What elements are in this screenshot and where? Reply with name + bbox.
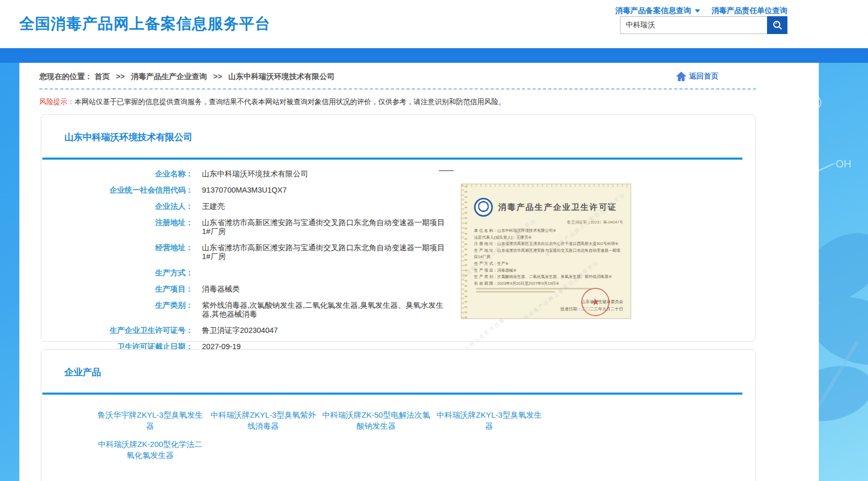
home-icon <box>675 71 687 82</box>
nav-responsible-unit-query-label: 消毒产品责任单位查询 <box>712 6 787 16</box>
certificate-line: 生 产 项 目：消毒器械※ <box>474 267 624 274</box>
back-home-label: 返回首页 <box>689 72 718 81</box>
breadcrumb-separator: >> <box>116 72 125 81</box>
risk-notice-text: 本网站仅基于已掌握的信息提供查询服务，查询结果不代表本网站对被查询对象信用状况的… <box>75 98 506 106</box>
field-label: 企业统一社会信用代码： <box>41 186 193 195</box>
certificate-line: 注 册 地 址：山东省潍坊高新区玉清东街以北中心次干道以西高新大厦502号科研※ <box>474 241 624 248</box>
risk-notice: 风险提示：本网站仅基于已掌握的信息提供查询服务，查询结果不代表本网站对被查询对象… <box>39 97 819 107</box>
certificate-watermark: 全国消毒产品网上备案信息服务平台 <box>543 191 627 258</box>
field-value: 91370700MA3M3U1QX7 <box>202 186 287 195</box>
image-corner-artifact <box>439 170 454 171</box>
field-label: 注册地址： <box>41 218 193 227</box>
product-link[interactable]: 中科瑞沃牌ZK-50型电解法次氯酸钠发生器 <box>320 409 433 431</box>
certificate-line: 有 效 期 限：2023年9月20日至2027年9月19日※ <box>474 281 624 287</box>
field-value: 王建亮 <box>202 202 225 211</box>
certificate-line: 生 产 类 别：次氯酸钠发生器、二氧化氯发生器、臭氧发生器、紫外线消毒器※ <box>474 274 624 281</box>
breadcrumb-prefix: 您现在的位置： <box>39 72 93 81</box>
breadcrumb-current: 山东中科瑞沃环境技术有限公司 <box>229 72 335 81</box>
certificate-line: 生 产 地 址：山东省潍坊市高新区潍安路与宝通街交叉路口东北角自动变速器一期项目… <box>474 248 624 261</box>
field-row-production-project: 生产项目： 消毒器械类 <box>41 281 755 297</box>
field-value: 鲁卫消证字202304047 <box>202 326 278 335</box>
products-card-title: 企业产品 <box>64 366 755 378</box>
chevron-down-icon <box>695 9 700 13</box>
company-card-title: 山东中科瑞沃环境技术有限公司 <box>64 131 755 143</box>
certificate-line: 法定代表人(或负责人)：王建亮※ <box>474 234 624 241</box>
breadcrumb-row: 您现在的位置： 首页 >> 消毒产品生产企业查询 >> 山东中科瑞沃环境技术有限… <box>39 71 756 82</box>
header-divider-band <box>0 48 868 63</box>
field-row-production-category: 生产类别： 紫外线消毒器,次氯酸钠发生器,二氧化氯发生器,臭氧发生器、臭氧水发生… <box>41 297 755 322</box>
field-row-company-name: 企业名称： 山东中科瑞沃环境技术有限公司 <box>41 166 755 182</box>
breadcrumb-home-link[interactable]: 首页 <box>95 72 110 81</box>
main-panel: 您现在的位置： 首页 >> 消毒产品生产企业查询 >> 山东中科瑞沃环境技术有限… <box>19 63 819 481</box>
health-emblem-icon <box>474 198 493 217</box>
field-label: 生产方式： <box>41 269 193 277</box>
dashed-separator <box>39 88 756 90</box>
certificate-line: 单 位 名 称：山东中科瑞沃环境技术有限公司※ <box>474 228 624 234</box>
breadcrumb: 您现在的位置： 首页 >> 消毒产品生产企业查询 >> 山东中科瑞沃环境技术有限… <box>39 72 335 82</box>
field-row-production-mode: 生产方式： <box>41 265 755 281</box>
field-row-business-address: 经营地址： 山东省潍坊市高新区潍安路与宝通街交叉路口东北角自动变速器一期项目1#… <box>41 240 755 265</box>
field-label: 经营地址： <box>41 243 193 252</box>
card-title-underline <box>42 393 742 395</box>
site-title: 全国消毒产品网上备案信息服务平台 <box>19 14 270 35</box>
certificate-number: 鲁卫消证字（2023）第-04047号 <box>461 220 623 225</box>
field-label: 企业名称： <box>41 170 193 178</box>
field-label: 生产类别： <box>41 301 193 310</box>
field-value: 山东中科瑞沃环境技术有限公司 <box>202 170 308 178</box>
search-input[interactable] <box>620 16 767 34</box>
card-title-underline <box>42 158 742 160</box>
top-nav: 消毒产品备案信息查询 消毒产品责任单位查询 <box>615 6 787 16</box>
search-bar <box>620 16 787 34</box>
nav-record-info-query-label: 消毒产品备案信息查询 <box>615 6 691 16</box>
search-button[interactable] <box>767 16 787 34</box>
breadcrumb-separator: >> <box>213 72 222 81</box>
certificate-lines: 单 位 名 称：山东中科瑞沃环境技术有限公司※ 法定代表人(或负责人)：王建亮※… <box>474 228 624 287</box>
certificate-header: 消毒产品生产企业卫生许可证 <box>474 198 623 217</box>
svg-text:OH: OH <box>836 158 851 170</box>
company-fields: 企业名称： 山东中科瑞沃环境技术有限公司 企业统一社会信用代码： 9137070… <box>41 166 755 355</box>
certificate-perforation-border <box>465 184 467 318</box>
product-link[interactable]: 中科瑞沃牌ZKYL-3型臭氧紫外线消毒器 <box>207 409 320 431</box>
field-value: 消毒器械类 <box>202 285 240 294</box>
product-link[interactable]: 中科瑞沃牌ZK-200型化学法二氧化氯发生器 <box>94 439 207 461</box>
company-info-card: 山东中科瑞沃环境技术有限公司 企业名称： 山东中科瑞沃环境技术有限公司 企业统一… <box>41 114 756 342</box>
field-value: 山东省潍坊市高新区潍安路与宝通街交叉路口东北角自动变速器一期项目1#厂房 <box>202 218 445 236</box>
field-value: 紫外线消毒器,次氯酸钠发生器,二氧化氯发生器,臭氧发生器、臭氧水发生器,其他器械… <box>202 301 445 319</box>
back-home-link[interactable]: 返回首页 <box>675 71 718 82</box>
breadcrumb-query-link[interactable]: 消毒产品生产企业查询 <box>131 72 207 81</box>
certificate-title: 消毒产品生产企业卫生许可证 <box>498 202 617 213</box>
field-row-registered-address: 注册地址： 山东省潍坊市高新区潍安路与宝通街交叉路口东北角自动变速器一期项目1#… <box>41 215 755 240</box>
search-icon <box>772 19 783 31</box>
field-row-credit-code: 企业统一社会信用代码： 91370700MA3M3U1QX7 <box>41 182 755 198</box>
field-value: 山东省潍坊市高新区潍安路与宝通街交叉路口东北角自动变速器一期项目1#厂房 <box>202 243 445 261</box>
product-link[interactable]: 中科瑞沃牌ZKYL-3型臭氧发生器 <box>433 409 546 431</box>
certificate-watermark: 全国消毒产品网上备案信息服务平台 <box>461 217 538 284</box>
certificate-line: 生 产 方 式：生产※ <box>474 261 624 267</box>
products-grid: 鲁沃华宇牌ZKYL-3型臭氧发生器 中科瑞沃牌ZKYL-3型臭氧紫外线消毒器 中… <box>94 409 755 461</box>
field-label: 生产企业卫生许可证号： <box>41 326 193 335</box>
product-link[interactable]: 鲁沃华宇牌ZKYL-3型臭氧发生器 <box>94 409 207 431</box>
company-products-card: 企业产品 鲁沃华宇牌ZKYL-3型臭氧发生器 中科瑞沃牌ZKYL-3型臭氧紫外线… <box>41 349 756 481</box>
field-row-license-number: 生产企业卫生许可证号： 鲁卫消证字202304047 <box>41 322 755 339</box>
hygiene-license-certificate-image: 全国消毒产品网上备案信息服务平台 全国消毒产品网上备案信息服务平台 全国消毒产品… <box>461 184 631 319</box>
field-label: 生产项目： <box>41 285 193 294</box>
nav-record-info-query[interactable]: 消毒产品备案信息查询 <box>615 6 700 16</box>
page-header: 全国消毒产品网上备案信息服务平台 消毒产品备案信息查询 消毒产品责任单位查询 <box>0 0 868 48</box>
field-label: 企业法人： <box>41 202 193 211</box>
red-official-seal: ★ <box>580 286 612 318</box>
nav-responsible-unit-query[interactable]: 消毒产品责任单位查询 <box>712 6 787 16</box>
risk-notice-label: 风险提示： <box>39 98 75 106</box>
field-row-legal-person: 企业法人： 王建亮 <box>41 198 755 215</box>
